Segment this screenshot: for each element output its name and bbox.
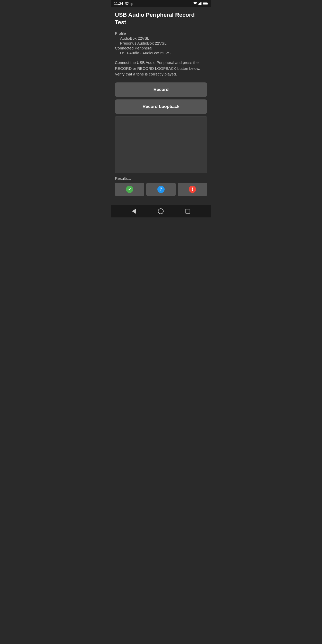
record-loopback-button[interactable]: Record Loopback [115,99,207,114]
svg-rect-2 [200,2,201,5]
signal-icon [198,2,202,5]
svg-rect-6 [203,3,207,4]
home-button[interactable] [158,208,164,214]
status-bar-left: 11:24 🖼 ip [114,2,133,6]
connected-peripheral-label: Connected Peripheral [115,46,207,50]
status-bar-right [193,2,208,5]
page-title: USB Audio Peripheral Record Test [115,11,207,26]
record-button[interactable]: Record [115,82,207,97]
instruction-text: Connect the USB Audio Peripheral and pre… [115,60,207,77]
log-output-area [115,116,207,173]
profile-label: Profile [115,31,207,36]
recents-button[interactable] [185,209,190,214]
unknown-question-icon: ? [157,186,165,193]
fail-exclamation-icon: ! [189,186,196,193]
profile-value-2: Presonus AudioBox 22VSL [115,41,207,45]
pass-check-icon: ✓ [126,186,133,193]
profile-value-1: AudioBox 22VSL [115,36,207,40]
nav-bar [111,205,211,217]
battery-icon [203,2,208,5]
profile-section: Profile AudioBox 22VSL Presonus AudioBox… [115,31,207,56]
results-buttons: ✓ ? ! [115,183,207,196]
svg-rect-0 [198,4,199,5]
photo-icon: 🖼 [125,2,129,6]
svg-rect-5 [207,3,208,4]
svg-rect-3 [201,2,202,5]
connected-peripheral-value: USB-Audio - AudioBox 22 VSL [115,51,207,55]
results-label: Results... [115,176,207,181]
main-content: USB Audio Peripheral Record Test Profile… [111,7,211,205]
ip-label: ip [131,2,133,6]
result-fail-button[interactable]: ! [178,183,207,196]
back-button[interactable] [132,209,136,214]
recents-icon [185,209,190,214]
status-bar: 11:24 🖼 ip [111,0,211,7]
status-time: 11:24 [114,2,123,6]
result-pass-button[interactable]: ✓ [115,183,144,196]
back-icon [132,209,136,214]
wifi-icon [193,2,197,5]
home-icon [158,208,164,214]
result-unknown-button[interactable]: ? [146,183,176,196]
svg-rect-1 [199,3,200,5]
